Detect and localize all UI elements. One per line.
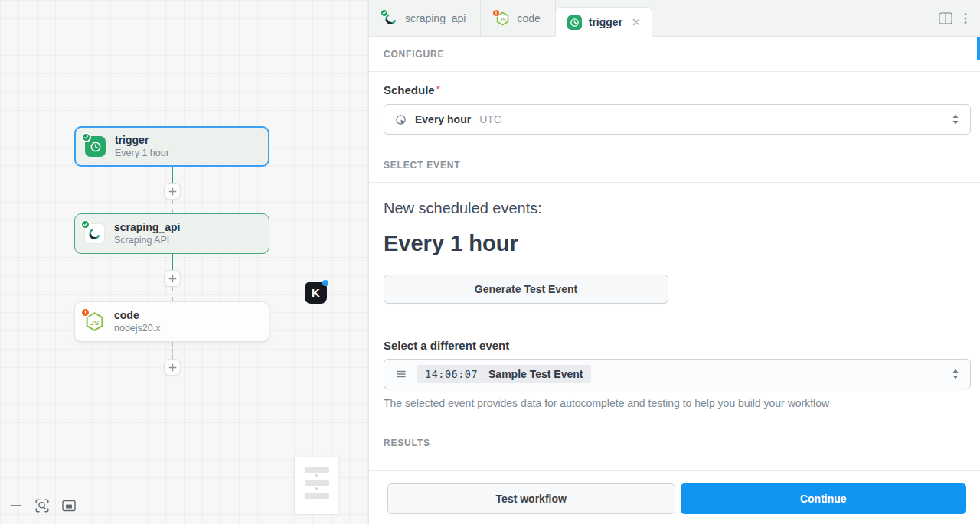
event-select[interactable]: 14:06:07 Sample Test Event — [384, 359, 971, 389]
schedule-value: Every hour — [415, 113, 471, 125]
node-trigger[interactable]: trigger Every 1 hour — [74, 126, 270, 167]
more-options-icon[interactable] — [964, 12, 967, 24]
k-letter: K — [312, 286, 320, 299]
event-list-icon — [395, 368, 407, 380]
connector-line — [172, 342, 173, 359]
node-subtitle: nodejs20.x — [114, 323, 160, 334]
zoom-to-fit-icon[interactable] — [35, 499, 49, 513]
schedule-select[interactable]: Every hour UTC — [384, 104, 971, 135]
success-check-badge — [80, 220, 90, 229]
warning-alert-badge — [492, 9, 500, 17]
panel-tabbar: scraping_api JS code trigger — [369, 0, 980, 37]
svg-text:JS: JS — [499, 16, 506, 23]
event-section: New scheduled events: Every 1 hour Gener… — [369, 183, 980, 428]
test-workflow-button[interactable]: Test workflow — [387, 483, 675, 514]
connector-line — [172, 167, 173, 183]
select-chevron-icon — [952, 368, 959, 380]
results-section-header: RESULTS — [369, 428, 980, 457]
svg-text:JS: JS — [90, 318, 100, 327]
panel-scrollbar-thumb[interactable] — [977, 37, 980, 60]
minimap-dot — [315, 487, 318, 490]
minimap-node-bar — [305, 480, 329, 486]
warning-alert-badge — [80, 308, 90, 317]
scraping-api-icon — [384, 11, 398, 26]
select-chevron-icon — [952, 113, 959, 125]
required-mark: * — [436, 83, 440, 95]
generate-test-event-button[interactable]: Generate Test Event — [384, 275, 668, 304]
connector-line — [172, 287, 173, 301]
add-step-button[interactable] — [164, 359, 181, 376]
zoom-out-icon[interactable] — [10, 500, 22, 512]
scraping-api-icon — [84, 223, 105, 244]
tabbar-actions — [939, 0, 980, 37]
node-subtitle: Scraping API — [114, 235, 180, 246]
results-spacer — [369, 457, 980, 471]
workflow-builder-app: trigger Every 1 hour scraping_api Scrapi… — [0, 0, 980, 524]
config-panel: scraping_api JS code trigger — [368, 0, 980, 524]
clock-icon — [85, 136, 106, 157]
minimap-dot — [315, 474, 318, 477]
event-name: Sample Test Event — [488, 368, 583, 380]
node-scraping-api[interactable]: scraping_api Scraping API — [74, 213, 270, 254]
nodejs-icon: JS — [495, 11, 510, 26]
canvas-controls — [10, 499, 76, 513]
tab-trigger[interactable]: trigger — [555, 7, 652, 37]
notification-dot — [322, 280, 328, 286]
nodejs-icon: JS — [84, 311, 105, 332]
scheduled-events-value: Every 1 hour — [384, 230, 971, 256]
node-title: scraping_api — [114, 221, 180, 234]
node-title: trigger — [115, 134, 169, 147]
connector-line — [172, 200, 173, 213]
panel-footer: Test workflow Continue — [369, 471, 980, 524]
connector-line — [172, 254, 173, 270]
tab-code[interactable]: JS code — [481, 0, 555, 37]
tab-scraping-api[interactable]: scraping_api — [369, 0, 481, 37]
minimap-node-bar — [305, 467, 329, 473]
workflow-minimap[interactable] — [295, 457, 338, 514]
schedule-section: Schedule* Every hour UTC — [369, 72, 980, 148]
schedule-timezone: UTC — [479, 113, 501, 125]
tab-label: scraping_api — [405, 12, 466, 24]
schedule-label: Schedule — [384, 83, 435, 96]
continue-button[interactable]: Continue — [681, 483, 967, 514]
add-step-button[interactable] — [164, 270, 181, 287]
success-check-badge — [381, 9, 388, 17]
node-subtitle: Every 1 hour — [115, 148, 169, 159]
minimap-toggle-icon[interactable] — [62, 500, 76, 512]
selected-event-pill: 14:06:07 Sample Test Event — [416, 365, 591, 383]
close-tab-icon[interactable] — [632, 18, 640, 26]
different-event-label: Select a different event — [384, 340, 971, 352]
event-help-text: The selected event provides data for aut… — [384, 397, 971, 410]
interval-clock-icon — [395, 114, 407, 125]
k-extension-widget[interactable]: K — [305, 282, 327, 304]
add-step-button[interactable] — [164, 183, 181, 200]
node-code[interactable]: JS code nodejs20.x — [74, 301, 270, 342]
tab-label: trigger — [589, 16, 622, 28]
scheduled-events-heading: New scheduled events: — [384, 199, 971, 217]
clock-icon — [567, 15, 582, 30]
minimap-node-bar — [305, 493, 329, 499]
configure-section-header: CONFIGURE — [369, 37, 980, 72]
event-timestamp: 14:06:07 — [425, 368, 478, 380]
success-check-badge — [81, 132, 91, 142]
node-title: code — [114, 309, 160, 322]
workflow-canvas[interactable]: trigger Every 1 hour scraping_api Scrapi… — [0, 0, 368, 524]
select-event-section-header: SELECT EVENT — [369, 148, 980, 183]
split-view-icon[interactable] — [939, 12, 952, 24]
tab-label: code — [517, 12, 540, 24]
